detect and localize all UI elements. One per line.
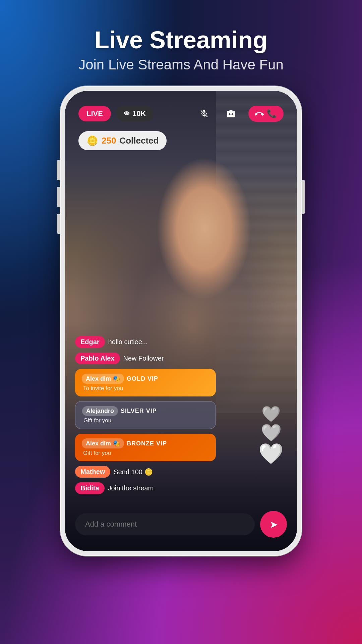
heart-small-1: 🤍: [261, 406, 281, 422]
chat-message-silver-vip: Alejandro SILVER VIP Gift for you: [75, 401, 216, 429]
page-subtitle: Join Live Streams And Have Fun: [78, 57, 284, 73]
heart-large: 🤍: [258, 444, 284, 464]
gold-vip-top: Alex dim 🎭 GOLD VIP: [82, 374, 209, 384]
send-button[interactable]: ➤: [260, 511, 287, 538]
heart-medium: 🤍: [261, 424, 282, 441]
coins-badge: 🪙 250 Collected: [78, 131, 167, 150]
silver-vip-username: Alejandro: [82, 406, 118, 416]
phone-screen: LIVE 👁 10K: [65, 91, 297, 551]
chat-area: Edgar hello cutiee... Pablo Alex New Fol…: [75, 336, 257, 494]
chat-message-bronze-vip: Alex dim 🎭 BRONZE VIP Gift for you: [75, 434, 216, 461]
silver-vip-top: Alejandro SILVER VIP: [82, 406, 209, 416]
viewers-count: 10K: [132, 109, 146, 118]
phone-frame: LIVE 👁 10K: [60, 86, 302, 556]
viewers-badge: 👁 10K: [116, 106, 153, 121]
coin-label: Collected: [119, 136, 159, 146]
gold-vip-username: Alex dim 🎭: [82, 374, 124, 384]
chat-text-edgar: hello cutiee...: [108, 338, 148, 346]
page-header: Live Streaming Join Live Streams And Hav…: [78, 0, 284, 73]
bronze-vip-top: Alex dim 🎭 BRONZE VIP: [82, 438, 209, 448]
chat-message-mathew: Mathew Send 100 🪙: [75, 466, 257, 478]
chat-username-edgar: Edgar: [75, 336, 105, 348]
chat-message-pablo: Pablo Alex New Follower: [75, 353, 257, 364]
chat-username-pablo: Pablo Alex: [75, 353, 120, 364]
silver-vip-badge: SILVER VIP: [121, 408, 157, 415]
chat-username-bidita: Bidita: [75, 482, 105, 494]
chat-text-bidita: Join the stream: [108, 484, 154, 492]
send-icon: ➤: [269, 519, 278, 530]
comment-input[interactable]: [75, 513, 255, 535]
mute-button[interactable]: [195, 104, 214, 123]
comment-bar: ➤: [75, 511, 287, 538]
gold-vip-badge: GOLD VIP: [127, 375, 158, 382]
chat-message-gold-vip: Alex dim 🎭 GOLD VIP To invite for you: [75, 369, 216, 396]
live-badge: LIVE: [78, 106, 111, 121]
page-title: Live Streaming: [78, 27, 284, 53]
coin-count: 250: [102, 136, 116, 146]
top-right-controls: 📞: [195, 104, 284, 123]
hearts-container: 🤍 🤍 🤍: [258, 406, 284, 464]
chat-message-edgar: Edgar hello cutiee...: [75, 336, 257, 348]
coin-icon: 🪙: [86, 135, 98, 146]
top-controls: LIVE 👁 10K: [65, 104, 297, 123]
bronze-vip-subtext: Gift for you: [82, 450, 209, 457]
chat-message-bidita: Bidita Join the stream: [75, 482, 257, 494]
camera-flip-button[interactable]: [222, 104, 240, 123]
bronze-vip-username: Alex dim 🎭: [82, 438, 124, 448]
eye-icon: 👁: [124, 110, 130, 117]
end-call-button[interactable]: 📞: [248, 106, 284, 122]
chat-text-mathew: Send 100 🪙: [114, 468, 153, 476]
gold-vip-subtext: To invite for you: [82, 385, 209, 392]
top-left-controls: LIVE 👁 10K: [78, 106, 153, 121]
silver-vip-subtext: Gift for you: [82, 417, 209, 424]
chat-username-mathew: Mathew: [75, 466, 110, 478]
bronze-vip-badge: BRONZE VIP: [127, 440, 167, 447]
chat-text-pablo: New Follower: [123, 355, 164, 362]
